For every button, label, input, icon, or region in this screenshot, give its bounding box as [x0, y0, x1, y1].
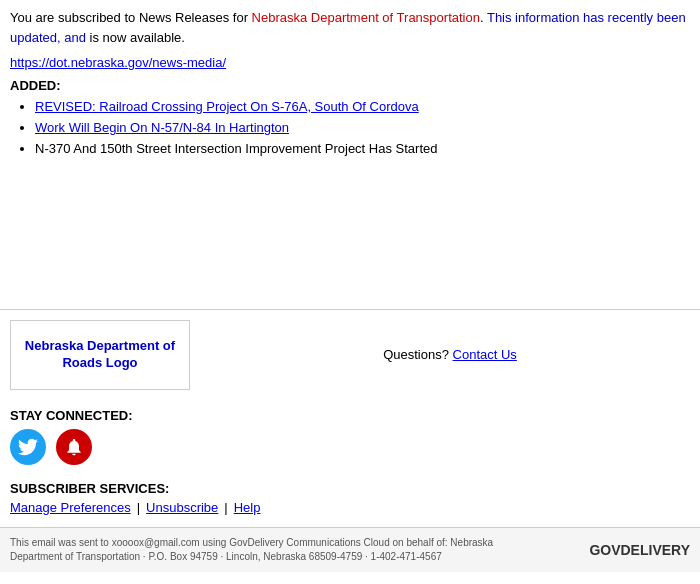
separator-1: | [137, 500, 140, 515]
footer-bottom-section: This email was sent to xoooox@gmail.com … [0, 528, 700, 572]
help-link[interactable]: Help [234, 500, 261, 515]
list-item: Work Will Begin On N-57/N-84 In Hartingt… [35, 119, 690, 137]
logo-image: Nebraska Department of Roads Logo [11, 338, 189, 372]
intro-prefix: You are subscribed to News Releases for [10, 10, 252, 25]
subscriber-links-row: Manage Preferences | Unsubscribe | Help [10, 500, 690, 515]
item-link-1[interactable]: REVISED: Railroad Crossing Project On S-… [35, 99, 419, 114]
logo-container: Nebraska Department of Roads Logo [10, 320, 190, 390]
stay-connected-label: STAY CONNECTED: [10, 408, 690, 423]
unsubscribe-link[interactable]: Unsubscribe [146, 500, 218, 515]
twitter-icon[interactable] [10, 429, 46, 465]
questions-prefix: Questions? [383, 347, 452, 362]
intro-suffix: is now available. [86, 30, 185, 45]
govdelivery-wordmark: GOVDELIVERY [589, 542, 690, 558]
list-item: REVISED: Railroad Crossing Project On S-… [35, 98, 690, 116]
intro-highlight-red: Nebraska Department of Transportation [252, 10, 480, 25]
list-item: N-370 And 150th Street Intersection Impr… [35, 140, 690, 158]
intro-paragraph: You are subscribed to News Releases for … [10, 8, 690, 47]
manage-preferences-link[interactable]: Manage Preferences [10, 500, 131, 515]
govdelivery-logo: GOVDELIVERY [589, 542, 690, 558]
social-icons-row [10, 429, 690, 465]
added-items-list: REVISED: Railroad Crossing Project On S-… [10, 98, 690, 159]
separator-2: | [224, 500, 227, 515]
item-text-3: N-370 And 150th Street Intersection Impr… [35, 141, 438, 156]
subscriber-label: SUBSCRIBER SERVICES: [10, 481, 690, 496]
intro-middle: . [480, 10, 487, 25]
footer-top-section: Nebraska Department of Roads Logo Questi… [0, 310, 700, 400]
news-media-link[interactable]: https://dot.nebraska.gov/news-media/ [10, 55, 690, 70]
stay-connected-section: STAY CONNECTED: [0, 400, 700, 477]
email-body: You are subscribed to News Releases for … [0, 0, 700, 159]
content-spacer [0, 169, 700, 309]
footer-bottom-text: This email was sent to xoooox@gmail.com … [10, 536, 530, 564]
contact-us-link[interactable]: Contact Us [453, 347, 517, 362]
questions-section: Questions? Contact Us [210, 347, 690, 362]
subscriber-services-section: SUBSCRIBER SERVICES: Manage Preferences … [0, 477, 700, 523]
added-label: ADDED: [10, 78, 690, 93]
notification-icon[interactable] [56, 429, 92, 465]
item-link-2[interactable]: Work Will Begin On N-57/N-84 In Hartingt… [35, 120, 289, 135]
